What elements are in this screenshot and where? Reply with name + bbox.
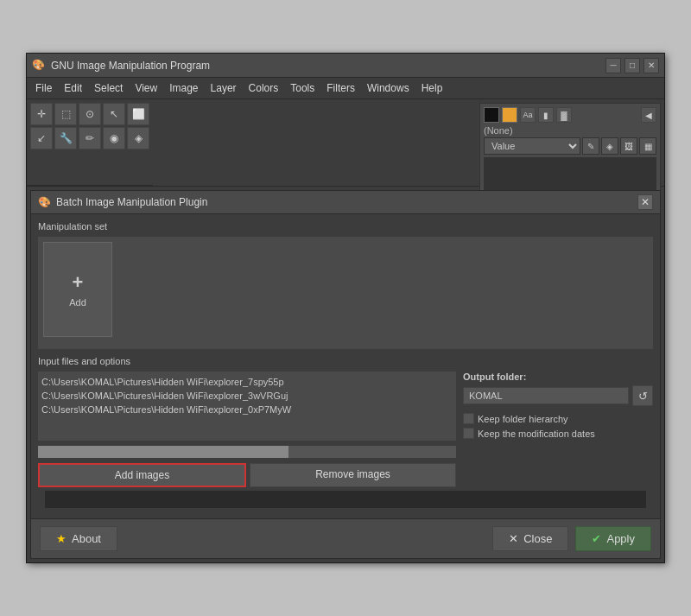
file-buttons: Add images Remove images — [38, 463, 456, 487]
folder-undo-button[interactable]: ↺ — [632, 385, 653, 406]
title-bar-left: 🎨 GNU Image Manipulation Program — [32, 59, 210, 73]
close-label: Close — [523, 532, 552, 545]
add-images-button[interactable]: Add images — [38, 463, 246, 487]
menu-help[interactable]: Help — [416, 79, 448, 97]
close-window-button[interactable]: ✕ — [643, 58, 659, 73]
progress-bar — [38, 446, 456, 458]
tool-pencil[interactable]: ✏ — [79, 127, 101, 149]
menu-colors[interactable]: Colors — [244, 79, 284, 97]
dialog-close-button[interactable]: ✕ — [637, 194, 653, 210]
maximize-button[interactable]: □ — [624, 58, 640, 73]
file-item-3: C:\Users\KOMAL\Pictures\Hidden WiFi\expl… — [41, 403, 453, 416]
dialog-title-bar: 🎨 Batch Image Manipulation Plugin ✕ — [31, 191, 660, 214]
background-color[interactable] — [502, 107, 517, 123]
progress-bar-fill — [38, 446, 288, 458]
dialog-body: Manipulation set + Add Input files and o… — [31, 214, 660, 518]
input-right: Output folder: ↺ Keep folder hierarchy K… — [463, 372, 653, 487]
input-files-label: Input files and options — [38, 356, 653, 366]
tool-move[interactable]: ✛ — [30, 103, 53, 125]
bottom-bar: ★ About ✕ Close ✔ Apply — [31, 518, 660, 558]
menu-image[interactable]: Image — [164, 79, 203, 97]
right-panel: Aa ▮ ▓ ◀ (None) Value ✎ ◈ 🖼 ▦ — [479, 103, 661, 196]
tool-row-2: ↙ 🔧 ✏ ◉ ◈ — [30, 127, 149, 149]
file-list: C:\Users\KOMAL\Pictures\Hidden WiFi\expl… — [38, 372, 456, 441]
gimp-icon: 🎨 — [32, 59, 46, 73]
close-icon: ✕ — [509, 532, 518, 545]
output-folder-input[interactable] — [463, 387, 629, 404]
gimp-main-window: 🎨 GNU Image Manipulation Program ─ □ ✕ F… — [26, 53, 665, 563]
menu-filters[interactable]: Filters — [321, 79, 360, 97]
output-folder-label: Output folder: — [463, 372, 653, 382]
menu-select[interactable]: Select — [89, 79, 128, 97]
add-manipulation-button[interactable]: + Add — [43, 242, 112, 337]
add-label: Add — [69, 297, 86, 308]
gradient-icon[interactable]: ▮ — [538, 107, 554, 123]
batch-dialog: 🎨 Batch Image Manipulation Plugin ✕ Mani… — [30, 190, 661, 559]
file-item-2: C:\Users\KOMAL\Pictures\Hidden WiFi\expl… — [41, 389, 453, 403]
tool-eraser[interactable]: ◈ — [127, 127, 149, 149]
window-title: GNU Image Manipulation Program — [51, 60, 210, 72]
pattern-icon[interactable]: ▓ — [556, 107, 572, 123]
apply-button[interactable]: ✔ Apply — [575, 526, 651, 551]
menu-tools[interactable]: Tools — [285, 79, 320, 97]
file-item-1: C:\Users\KOMAL\Pictures\Hidden WiFi\expl… — [41, 375, 453, 389]
remove-images-button[interactable]: Remove images — [250, 463, 456, 487]
menu-bar: File Edit Select View Image Layer Colors… — [27, 78, 664, 99]
panel-toggle[interactable]: ◀ — [641, 107, 656, 123]
batch-dialog-title: Batch Image Manipulation Plugin — [56, 196, 207, 208]
value-select[interactable]: Value — [484, 137, 580, 155]
input-section: C:\Users\KOMAL\Pictures\Hidden WiFi\expl… — [38, 372, 653, 487]
star-icon: ★ — [56, 532, 67, 545]
keep-hierarchy-checkbox[interactable] — [463, 413, 474, 424]
tool-row-1: ✛ ⬚ ⊙ ↖ ⬜ — [30, 103, 149, 125]
title-bar-controls: ─ □ ✕ — [605, 58, 659, 73]
apply-label: Apply — [606, 532, 635, 545]
status-bar — [45, 491, 646, 508]
foreground-color[interactable] — [484, 107, 499, 123]
menu-view[interactable]: View — [130, 79, 162, 97]
input-left: C:\Users\KOMAL\Pictures\Hidden WiFi\expl… — [38, 372, 456, 487]
menu-layer[interactable]: Layer — [206, 79, 242, 97]
toolbar-area: ✛ ⬚ ⊙ ↖ ⬜ ↙ 🔧 ✏ ◉ ◈ — [27, 99, 153, 186]
dialog-title-left: 🎨 Batch Image Manipulation Plugin — [38, 196, 207, 208]
about-label: About — [72, 532, 101, 545]
tool-lasso[interactable]: ⊙ — [79, 103, 101, 125]
menu-edit[interactable]: Edit — [59, 79, 87, 97]
tool-brush[interactable]: ◉ — [103, 127, 125, 149]
bottom-btn-right: ✕ Close ✔ Apply — [492, 526, 651, 551]
manipulation-set-label: Manipulation set — [38, 221, 653, 232]
image-icon[interactable]: 🖼 — [620, 137, 637, 155]
tool-crop[interactable]: ⬜ — [127, 103, 149, 125]
keep-dates-checkbox[interactable] — [463, 428, 474, 439]
close-button[interactable]: ✕ Close — [492, 526, 568, 551]
keep-hierarchy-label: Keep folder hierarchy — [478, 414, 568, 424]
title-bar: 🎨 GNU Image Manipulation Program ─ □ ✕ — [27, 54, 664, 78]
about-button[interactable]: ★ About — [40, 526, 117, 551]
menu-windows[interactable]: Windows — [362, 79, 415, 97]
value-row: Value ✎ ◈ 🖼 ▦ — [484, 137, 656, 155]
text-tool-icon[interactable]: Aa — [520, 107, 536, 123]
tool-rect-select[interactable]: ⬚ — [54, 103, 77, 125]
tool-rotate[interactable]: ↙ — [30, 127, 53, 149]
value-display-area — [484, 157, 656, 192]
keep-dates-label: Keep the modification dates — [478, 429, 595, 439]
minimize-button[interactable]: ─ — [605, 58, 621, 73]
menu-file[interactable]: File — [30, 79, 57, 97]
keep-dates-row: Keep the modification dates — [463, 428, 653, 439]
plus-icon: + — [73, 271, 84, 294]
batch-dialog-icon: 🎨 — [38, 196, 51, 208]
keep-hierarchy-row: Keep folder hierarchy — [463, 413, 653, 424]
none-label: (None) — [484, 125, 656, 136]
check-icon: ✔ — [592, 532, 601, 545]
edit-icon-2[interactable]: ◈ — [601, 137, 618, 155]
tool-fuzzy-select[interactable]: ↖ — [103, 103, 125, 125]
manipulation-set-area: + Add — [38, 237, 653, 349]
output-folder-row: ↺ — [463, 385, 653, 406]
panel-icon[interactable]: ▦ — [639, 137, 656, 155]
tool-perspective[interactable]: 🔧 — [54, 127, 77, 149]
edit-icon-1[interactable]: ✎ — [582, 137, 599, 155]
